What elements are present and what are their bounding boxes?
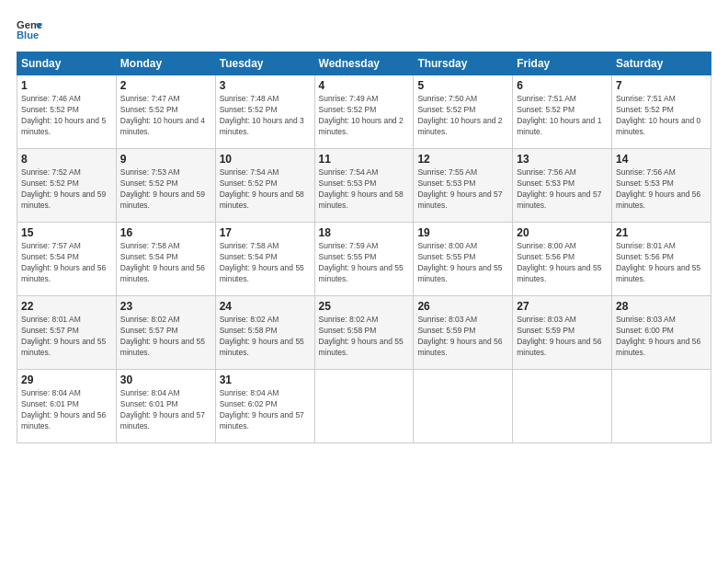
day-info: Sunrise: 7:58 AMSunset: 5:54 PMDaylight:… xyxy=(120,241,211,285)
calendar-cell: 30Sunrise: 8:04 AMSunset: 6:01 PMDayligh… xyxy=(116,370,215,443)
day-number: 29 xyxy=(21,373,112,386)
day-info: Sunrise: 8:00 AMSunset: 5:55 PMDaylight:… xyxy=(417,241,508,285)
header-cell-tuesday: Tuesday xyxy=(215,52,314,75)
calendar-cell: 26Sunrise: 8:03 AMSunset: 5:59 PMDayligh… xyxy=(414,296,513,370)
header: General Blue xyxy=(17,17,711,42)
day-info: Sunrise: 8:02 AMSunset: 5:58 PMDaylight:… xyxy=(319,315,410,359)
calendar-cell: 3Sunrise: 7:48 AMSunset: 5:52 PMDaylight… xyxy=(215,75,314,149)
calendar-header-row: SundayMondayTuesdayWednesdayThursdayFrid… xyxy=(17,52,711,75)
day-number: 23 xyxy=(120,300,211,313)
day-info: Sunrise: 8:03 AMSunset: 6:00 PMDaylight:… xyxy=(616,315,707,359)
day-info: Sunrise: 7:53 AMSunset: 5:52 PMDaylight:… xyxy=(120,167,211,212)
day-info: Sunrise: 8:04 AMSunset: 6:02 PMDaylight:… xyxy=(220,388,311,432)
logo-icon: General Blue xyxy=(17,17,42,42)
day-number: 12 xyxy=(417,153,508,166)
calendar-cell: 17Sunrise: 7:58 AMSunset: 5:54 PMDayligh… xyxy=(215,223,314,296)
day-info: Sunrise: 7:56 AMSunset: 5:53 PMDaylight:… xyxy=(616,167,707,212)
day-info: Sunrise: 8:02 AMSunset: 5:57 PMDaylight:… xyxy=(120,315,211,359)
day-info: Sunrise: 7:54 AMSunset: 5:53 PMDaylight:… xyxy=(319,167,410,212)
day-info: Sunrise: 7:58 AMSunset: 5:54 PMDaylight:… xyxy=(220,241,311,285)
calendar-cell: 27Sunrise: 8:03 AMSunset: 5:59 PMDayligh… xyxy=(513,296,612,370)
calendar-cell: 5Sunrise: 7:50 AMSunset: 5:52 PMDaylight… xyxy=(414,75,513,149)
day-number: 17 xyxy=(220,226,311,239)
day-number: 24 xyxy=(220,300,311,313)
day-info: Sunrise: 7:49 AMSunset: 5:52 PMDaylight:… xyxy=(319,94,410,138)
day-number: 6 xyxy=(517,79,608,92)
day-number: 22 xyxy=(21,300,112,313)
calendar-cell: 15Sunrise: 7:57 AMSunset: 5:54 PMDayligh… xyxy=(17,223,117,296)
day-info: Sunrise: 8:01 AMSunset: 5:57 PMDaylight:… xyxy=(21,315,112,359)
day-number: 16 xyxy=(120,226,211,239)
calendar-cell xyxy=(314,370,414,443)
calendar-cell: 10Sunrise: 7:54 AMSunset: 5:52 PMDayligh… xyxy=(215,149,314,223)
calendar-cell: 25Sunrise: 8:02 AMSunset: 5:58 PMDayligh… xyxy=(314,296,414,370)
day-number: 15 xyxy=(21,226,112,239)
calendar-cell: 14Sunrise: 7:56 AMSunset: 5:53 PMDayligh… xyxy=(612,149,711,223)
calendar-table: SundayMondayTuesdayWednesdayThursdayFrid… xyxy=(17,52,711,443)
calendar-cell xyxy=(414,370,513,443)
day-info: Sunrise: 8:00 AMSunset: 5:56 PMDaylight:… xyxy=(517,241,608,285)
calendar-cell: 9Sunrise: 7:53 AMSunset: 5:52 PMDaylight… xyxy=(116,149,215,223)
day-info: Sunrise: 7:55 AMSunset: 5:53 PMDaylight:… xyxy=(417,167,508,212)
calendar-cell: 29Sunrise: 8:04 AMSunset: 6:01 PMDayligh… xyxy=(17,370,117,443)
day-number: 20 xyxy=(517,226,608,239)
header-cell-saturday: Saturday xyxy=(612,52,711,75)
day-info: Sunrise: 7:57 AMSunset: 5:54 PMDaylight:… xyxy=(21,241,112,285)
header-cell-wednesday: Wednesday xyxy=(314,52,414,75)
day-info: Sunrise: 7:51 AMSunset: 5:52 PMDaylight:… xyxy=(517,94,608,138)
calendar-week-1: 1Sunrise: 7:46 AMSunset: 5:52 PMDaylight… xyxy=(17,75,711,149)
calendar-cell: 20Sunrise: 8:00 AMSunset: 5:56 PMDayligh… xyxy=(513,223,612,296)
logo: General Blue xyxy=(17,17,46,42)
calendar-cell: 1Sunrise: 7:46 AMSunset: 5:52 PMDaylight… xyxy=(17,75,117,149)
calendar-cell: 24Sunrise: 8:02 AMSunset: 5:58 PMDayligh… xyxy=(215,296,314,370)
calendar-cell: 18Sunrise: 7:59 AMSunset: 5:55 PMDayligh… xyxy=(314,223,414,296)
calendar-cell xyxy=(513,370,612,443)
day-number: 9 xyxy=(120,153,211,166)
calendar-body: 1Sunrise: 7:46 AMSunset: 5:52 PMDaylight… xyxy=(17,75,711,443)
calendar-cell: 23Sunrise: 8:02 AMSunset: 5:57 PMDayligh… xyxy=(116,296,215,370)
day-number: 30 xyxy=(120,373,211,386)
day-number: 4 xyxy=(319,79,410,92)
header-cell-monday: Monday xyxy=(116,52,215,75)
day-info: Sunrise: 7:59 AMSunset: 5:55 PMDaylight:… xyxy=(319,241,410,285)
day-number: 27 xyxy=(517,300,608,313)
calendar-week-4: 22Sunrise: 8:01 AMSunset: 5:57 PMDayligh… xyxy=(17,296,711,370)
calendar-cell: 22Sunrise: 8:01 AMSunset: 5:57 PMDayligh… xyxy=(17,296,117,370)
day-info: Sunrise: 7:54 AMSunset: 5:52 PMDaylight:… xyxy=(220,167,311,212)
svg-text:Blue: Blue xyxy=(17,29,39,40)
day-number: 25 xyxy=(319,300,410,313)
calendar-cell: 6Sunrise: 7:51 AMSunset: 5:52 PMDaylight… xyxy=(513,75,612,149)
day-number: 5 xyxy=(417,79,508,92)
day-info: Sunrise: 8:02 AMSunset: 5:58 PMDaylight:… xyxy=(220,315,311,359)
header-cell-friday: Friday xyxy=(513,52,612,75)
calendar-cell: 11Sunrise: 7:54 AMSunset: 5:53 PMDayligh… xyxy=(314,149,414,223)
calendar-cell: 31Sunrise: 8:04 AMSunset: 6:02 PMDayligh… xyxy=(215,370,314,443)
day-number: 28 xyxy=(616,300,707,313)
calendar-cell: 12Sunrise: 7:55 AMSunset: 5:53 PMDayligh… xyxy=(414,149,513,223)
header-cell-sunday: Sunday xyxy=(17,52,117,75)
header-cell-thursday: Thursday xyxy=(414,52,513,75)
calendar-cell: 13Sunrise: 7:56 AMSunset: 5:53 PMDayligh… xyxy=(513,149,612,223)
calendar-cell: 16Sunrise: 7:58 AMSunset: 5:54 PMDayligh… xyxy=(116,223,215,296)
day-number: 8 xyxy=(21,153,112,166)
day-info: Sunrise: 7:48 AMSunset: 5:52 PMDaylight:… xyxy=(220,94,311,138)
calendar-cell: 21Sunrise: 8:01 AMSunset: 5:56 PMDayligh… xyxy=(612,223,711,296)
page: General Blue SundayMondayTuesdayWednesda… xyxy=(0,0,728,563)
calendar-week-5: 29Sunrise: 8:04 AMSunset: 6:01 PMDayligh… xyxy=(17,370,711,443)
day-info: Sunrise: 7:56 AMSunset: 5:53 PMDaylight:… xyxy=(517,167,608,212)
calendar-cell: 2Sunrise: 7:47 AMSunset: 5:52 PMDaylight… xyxy=(116,75,215,149)
day-number: 31 xyxy=(220,373,311,386)
calendar-cell: 8Sunrise: 7:52 AMSunset: 5:52 PMDaylight… xyxy=(17,149,117,223)
calendar-week-3: 15Sunrise: 7:57 AMSunset: 5:54 PMDayligh… xyxy=(17,223,711,296)
day-number: 21 xyxy=(616,226,707,239)
day-info: Sunrise: 7:52 AMSunset: 5:52 PMDaylight:… xyxy=(21,167,112,212)
calendar-cell xyxy=(612,370,711,443)
day-info: Sunrise: 7:46 AMSunset: 5:52 PMDaylight:… xyxy=(21,94,112,138)
day-info: Sunrise: 7:51 AMSunset: 5:52 PMDaylight:… xyxy=(616,94,707,138)
day-info: Sunrise: 8:03 AMSunset: 5:59 PMDaylight:… xyxy=(417,315,508,359)
day-number: 7 xyxy=(616,79,707,92)
day-number: 13 xyxy=(517,153,608,166)
day-number: 19 xyxy=(417,226,508,239)
day-info: Sunrise: 8:01 AMSunset: 5:56 PMDaylight:… xyxy=(616,241,707,285)
day-info: Sunrise: 8:04 AMSunset: 6:01 PMDaylight:… xyxy=(21,388,112,432)
